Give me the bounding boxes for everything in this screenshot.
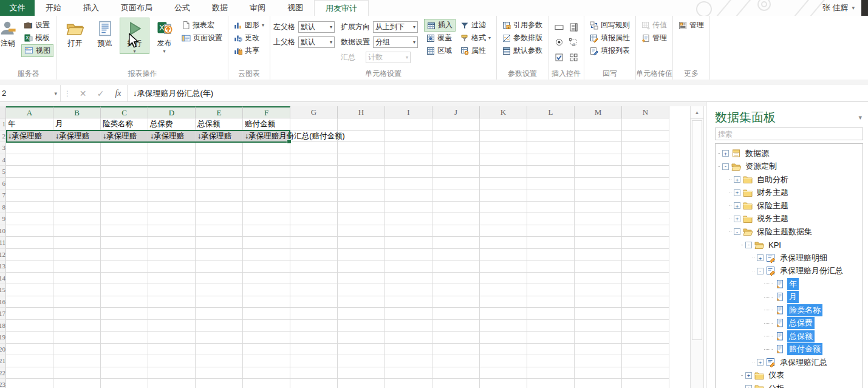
property-button[interactable]: 属性 bbox=[458, 44, 493, 57]
cell[interactable] bbox=[196, 296, 243, 308]
tree-item-赔付金额[interactable]: 赔付金额 bbox=[716, 343, 863, 356]
tab-insert[interactable]: 插入 bbox=[72, 0, 110, 16]
cell[interactable] bbox=[622, 131, 669, 143]
column-header-N[interactable]: N bbox=[622, 106, 669, 118]
column-header-M[interactable]: M bbox=[575, 106, 622, 118]
cell[interactable] bbox=[148, 142, 196, 154]
cell[interactable] bbox=[338, 273, 385, 285]
cell[interactable] bbox=[527, 202, 575, 214]
expand-icon[interactable]: + bbox=[734, 216, 740, 222]
cell[interactable] bbox=[480, 189, 527, 202]
row-header[interactable]: 20 bbox=[0, 344, 6, 356]
row-header[interactable]: 18 bbox=[0, 320, 6, 332]
tree-item-险类名称[interactable]: 险类名称 bbox=[716, 304, 863, 317]
cell[interactable] bbox=[480, 131, 527, 143]
fill-handle[interactable] bbox=[287, 139, 292, 144]
cell[interactable] bbox=[385, 367, 432, 379]
cell[interactable] bbox=[53, 379, 101, 388]
top-parent-dropdown[interactable]: 默认▾ bbox=[298, 36, 335, 48]
cell[interactable] bbox=[480, 273, 527, 285]
cell[interactable] bbox=[385, 308, 432, 320]
cell[interactable] bbox=[101, 379, 148, 388]
column-header-K[interactable]: K bbox=[480, 106, 527, 118]
cell[interactable] bbox=[148, 284, 196, 296]
view-button[interactable]: 视图 bbox=[21, 44, 53, 57]
tab-yonyou-audit[interactable]: 用友审计 bbox=[314, 0, 369, 16]
cell[interactable] bbox=[148, 189, 196, 202]
cell[interactable] bbox=[385, 131, 432, 143]
cell[interactable] bbox=[527, 308, 575, 320]
cell[interactable] bbox=[196, 355, 243, 367]
cell[interactable] bbox=[53, 249, 101, 261]
cell[interactable] bbox=[338, 344, 385, 356]
cell[interactable] bbox=[385, 154, 432, 166]
cell[interactable] bbox=[575, 118, 622, 131]
cell[interactable] bbox=[101, 355, 148, 367]
settings-button[interactable]: 设置 bbox=[21, 19, 53, 32]
cell[interactable] bbox=[6, 355, 53, 367]
cell[interactable] bbox=[575, 273, 622, 285]
cancel-entry-button[interactable]: ✕ bbox=[74, 85, 92, 101]
cell[interactable] bbox=[290, 154, 338, 166]
cell[interactable] bbox=[243, 308, 290, 320]
cell[interactable] bbox=[101, 178, 148, 190]
cell[interactable] bbox=[290, 355, 338, 367]
cell[interactable] bbox=[101, 237, 148, 249]
cell[interactable] bbox=[622, 166, 669, 178]
formula-input[interactable]: ↓承保理赔月份汇总(年) bbox=[128, 85, 213, 101]
cell[interactable] bbox=[148, 273, 196, 285]
cell[interactable] bbox=[432, 213, 480, 225]
cell[interactable] bbox=[622, 284, 669, 296]
cell[interactable] bbox=[196, 225, 243, 237]
cell[interactable] bbox=[432, 296, 480, 308]
cell[interactable] bbox=[148, 178, 196, 190]
cell[interactable] bbox=[622, 249, 669, 261]
cell[interactable] bbox=[432, 166, 480, 178]
cell[interactable] bbox=[622, 189, 669, 202]
cell[interactable] bbox=[101, 367, 148, 379]
area-button[interactable]: 区域 bbox=[424, 44, 456, 57]
column-header-L[interactable]: L bbox=[527, 106, 575, 118]
cell[interactable] bbox=[575, 367, 622, 379]
column-header-D[interactable]: D bbox=[148, 106, 196, 118]
cell[interactable] bbox=[338, 118, 385, 131]
cell[interactable] bbox=[196, 332, 243, 344]
cell[interactable] bbox=[243, 284, 290, 296]
cell[interactable] bbox=[148, 379, 196, 388]
scroll-up-button[interactable]: ▲ bbox=[691, 106, 703, 119]
cell[interactable] bbox=[338, 249, 385, 261]
cell[interactable] bbox=[432, 273, 480, 285]
cell[interactable] bbox=[432, 131, 480, 143]
cell[interactable] bbox=[6, 154, 53, 166]
cell[interactable] bbox=[338, 296, 385, 308]
cell[interactable] bbox=[338, 154, 385, 166]
cell[interactable] bbox=[385, 166, 432, 178]
cell[interactable] bbox=[385, 249, 432, 261]
cell[interactable] bbox=[622, 355, 669, 367]
cell[interactable] bbox=[480, 142, 527, 154]
collapse-icon[interactable]: - bbox=[734, 228, 740, 235]
cell[interactable] bbox=[6, 260, 53, 273]
cell[interactable] bbox=[385, 296, 432, 308]
cell[interactable] bbox=[243, 320, 290, 332]
vertical-scrollbar[interactable]: ▲ bbox=[690, 106, 704, 388]
cell[interactable] bbox=[243, 202, 290, 214]
cell[interactable] bbox=[53, 178, 101, 190]
column-header-A[interactable]: A bbox=[6, 106, 53, 118]
cell[interactable] bbox=[527, 367, 575, 379]
cell[interactable] bbox=[480, 178, 527, 190]
cell[interactable] bbox=[480, 355, 527, 367]
cell[interactable] bbox=[575, 237, 622, 249]
row-header[interactable]: 1 bbox=[0, 118, 6, 131]
writeback-rule-button[interactable]: 回写规则 bbox=[587, 19, 632, 32]
cell[interactable] bbox=[527, 260, 575, 273]
cell[interactable] bbox=[243, 213, 290, 225]
cell[interactable] bbox=[338, 178, 385, 190]
checkbox-control-button[interactable] bbox=[552, 50, 566, 65]
cell[interactable] bbox=[385, 142, 432, 154]
cell[interactable] bbox=[148, 166, 196, 178]
fill-list-button[interactable]: 填报列表 bbox=[587, 44, 632, 57]
cell[interactable] bbox=[243, 225, 290, 237]
scrollbar-thumb[interactable] bbox=[692, 120, 702, 340]
column-header-C[interactable]: C bbox=[101, 106, 148, 118]
